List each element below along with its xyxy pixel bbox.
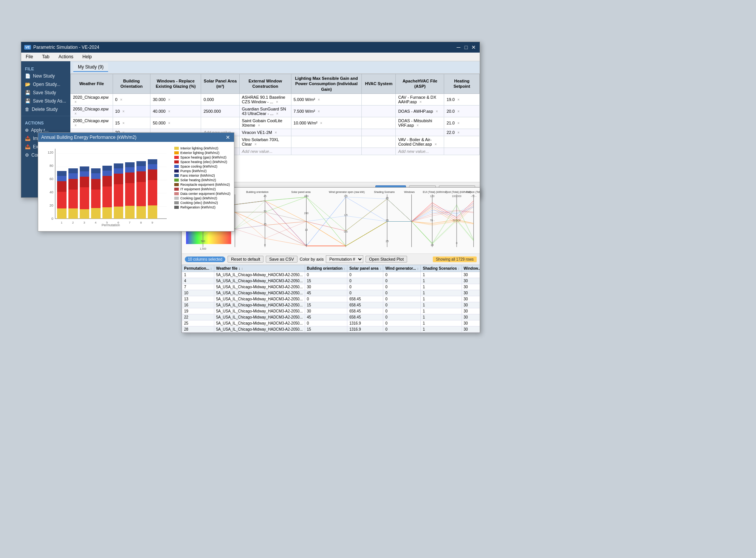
remove-orient-icon[interactable]: × [122,121,125,125]
study-tab[interactable]: My Study (9) [73,63,108,72]
remove-asp-icon[interactable]: × [435,142,437,146]
remove-weather-icon[interactable]: × [74,112,77,116]
sidebar-item-new-study[interactable]: 📄 New Study [21,72,70,80]
chart-close-button[interactable]: ✕ [225,134,231,140]
add-wc-cell[interactable]: Add new value... [239,148,291,155]
remove-glazing-icon[interactable]: × [168,109,170,113]
remove-weather-icon[interactable]: × [74,123,77,127]
svg-text:45: 45 [263,195,266,197]
remove-orient-icon[interactable]: × [120,98,122,102]
cell-glazing: 50.000 × [150,117,201,129]
remove-orient-icon[interactable]: × [122,109,125,113]
col-header-lighting: Lighting Max Sensible Gain and Power Con… [291,74,362,94]
svg-rect-50 [136,182,146,206]
col-shading[interactable]: Shading Scenarios [421,265,462,272]
remove-light-icon[interactable]: × [318,109,320,113]
open-stacked-plot-button[interactable]: Open Stacked Plot [366,256,407,263]
cell-orient: 45 [305,290,347,296]
color-axis-select[interactable]: Permutation # EUI Cost Carbon [326,255,363,263]
legend-color-swatch [174,160,179,163]
col-perm[interactable]: Permutation... [182,265,214,272]
import-icon: 📥 [25,136,31,141]
col-window[interactable]: Window... [462,265,480,272]
cell-window: 30 [462,290,480,296]
col-weather-file[interactable]: Weather file ↓ [214,265,305,272]
maximize-button[interactable]: □ [463,44,469,50]
reset-default-button[interactable]: Reset to default [228,256,263,263]
col-solar-area[interactable]: Solar panel area [347,265,383,272]
cell-solar: 2500.000 [201,105,239,117]
cell-window-construction: Guardian SunGuard SN 43 UltraClear - ...… [239,105,291,117]
sidebar-section-actions: Actions [21,118,70,126]
svg-rect-14 [57,208,67,219]
remove-heat-icon[interactable]: × [457,98,460,102]
svg-text:120: 120 [430,195,435,197]
cell-weather: 5A_USA_IL_Chicago-Midway_HADCM3-A2-2050.… [214,284,305,290]
remove-asp-icon[interactable]: × [420,100,422,104]
cell-weather: 5A_USA_IL_Chicago-Midway_HADCM3-A2-2050.… [214,290,305,296]
legend-color-swatch [174,174,179,177]
save-csv-button[interactable]: Save as CSV [266,256,297,263]
sidebar-item-save-study-as[interactable]: 💾 Save Study As... [21,97,70,105]
svg-rect-17 [57,176,67,181]
cell-solar [201,117,239,129]
svg-rect-38 [102,166,112,171]
remove-asp-icon[interactable]: × [417,123,419,127]
remove-wc-icon[interactable]: × [276,112,279,116]
remove-asp-icon[interactable]: × [436,109,438,113]
legend-label: Space cooling (kWh/m2) [180,165,217,168]
cell-asp: DOAS - Mitsubishi VRF.asp × [396,117,444,129]
table-row: 16 5A_USA_IL_Chicago-Midway_HADCM3-A2-20… [182,302,480,308]
svg-rect-53 [136,161,146,166]
cell-shading: 1 [421,320,462,326]
cell-wind: 0 [383,278,421,284]
remove-wc-icon[interactable]: × [275,131,277,135]
legend-color-swatch [174,206,179,209]
cell-orient: 15 [305,302,347,308]
legend-item: Space heating (gas) (kWh/m2) [174,155,231,159]
menu-actions[interactable]: Actions [56,53,76,60]
col-wind-gen[interactable]: Wind generator... [383,265,421,272]
remove-heat-icon[interactable]: × [457,131,460,135]
legend-item: Data center equipment (kWh/m2) [174,192,231,196]
svg-rect-36 [102,176,112,187]
remove-heat-icon[interactable]: × [457,121,460,125]
svg-text:EUI (Total) (kWh/m2): EUI (Total) (kWh/m2) [423,191,448,194]
legend-label: Refrigeration (kWh/m2) [180,205,215,209]
svg-text:1: 1 [61,221,63,224]
sidebar-item-delete-study[interactable]: 🗑 Delete Study [21,105,70,113]
sidebar-item-save-study[interactable]: 💾 Save Study [21,89,70,97]
cell-perm: 1 [182,272,214,278]
remove-glazing-icon[interactable]: × [168,121,170,125]
svg-rect-24 [80,209,89,219]
cell-asp [396,129,444,136]
add-asp-cell[interactable]: Add new value... [396,148,444,155]
open-study-icon: 📂 [25,82,31,87]
close-button[interactable]: ✕ [471,44,477,50]
results-table-container[interactable]: Permutation... Weather file ↓ Building o… [182,265,480,333]
col-header-asp: ApacheHVAC File (ASP) [396,74,444,94]
columns-selected-badge[interactable]: 10 columns selected [185,256,225,262]
col-building-orient[interactable]: Building orientation [305,265,347,272]
legend-label: IT equipment (kWh/m2) [180,187,216,191]
color-axis-label: Color by axis [300,257,324,261]
svg-text:8: 8 [140,221,142,224]
remove-wc-icon[interactable]: × [254,142,257,146]
minimize-button[interactable]: ─ [455,44,462,50]
menu-tab[interactable]: Tab [40,53,51,60]
sidebar-item-open-study[interactable]: 📂 Open Study... [21,80,70,89]
cell-orientation: 10 × [113,105,150,117]
svg-rect-34 [102,207,112,219]
svg-text:Solar panel area: Solar panel area [291,191,311,194]
svg-text:Wind generator open (raw kW): Wind generator open (raw kW) [329,191,365,194]
remove-glazing-icon[interactable]: × [168,98,170,102]
remove-weather-icon[interactable]: × [74,100,77,104]
legend-label: Cooking (gas) (kWh/m2) [180,196,217,200]
menu-help[interactable]: Help [80,53,94,60]
remove-light-icon[interactable]: × [320,121,322,125]
remove-wc-icon[interactable]: × [276,100,278,104]
menu-file[interactable]: File [23,53,35,60]
remove-light-icon[interactable]: × [318,98,320,102]
remove-heat-icon[interactable]: × [457,109,460,113]
remove-wc-icon[interactable]: × [258,123,260,127]
